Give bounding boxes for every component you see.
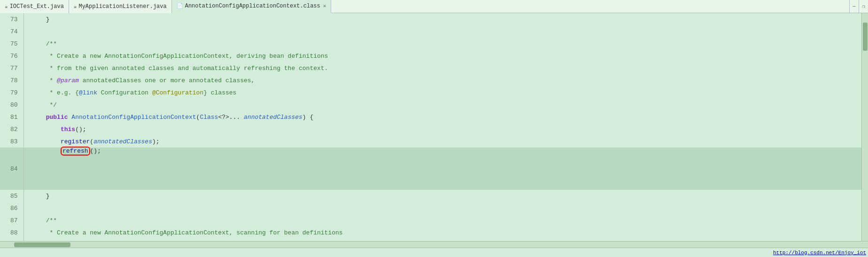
line-number: 89 xyxy=(0,239,23,241)
line-number: 84 xyxy=(0,148,23,190)
table-row: 84 refresh(); xyxy=(0,148,861,190)
table-row: 76 * Create a new AnnotationConfigApplic… xyxy=(0,50,861,62)
table-row: 78 * @param annotatedClasses one or more… xyxy=(0,74,861,86)
line-number: 78 xyxy=(0,74,23,86)
line-number: 83 xyxy=(0,135,23,148)
editor-area: 73 } 74 75 /** xyxy=(0,13,868,241)
table-row: 74 xyxy=(0,25,861,38)
tab-listener[interactable]: ☕ MyApplicationListener.java xyxy=(69,0,172,13)
line-number: 73 xyxy=(0,13,23,25)
line-number: 75 xyxy=(0,38,23,50)
line-content: */ xyxy=(23,99,861,111)
table-row: 87 /** xyxy=(0,214,861,226)
line-content: register(annotatedClasses); xyxy=(23,135,861,148)
line-content: * Create a new AnnotationConfigApplicati… xyxy=(23,50,861,62)
line-number: 87 xyxy=(0,214,23,226)
main-window: ☕ IOCTest_Ext.java ☕ MyApplicationListen… xyxy=(0,0,868,257)
status-bar: http://blog.csdn.net/Enjoy_iot xyxy=(0,248,868,257)
line-content: /** xyxy=(23,214,861,226)
line-number: 85 xyxy=(0,190,23,202)
line-number: 74 xyxy=(0,25,23,38)
table-row: 81 public AnnotationConfigApplicationCon… xyxy=(0,111,861,123)
restore-button[interactable]: ❐ xyxy=(859,0,868,13)
tab-context-label: AnnotationConfigApplicationContext.class xyxy=(185,3,320,9)
table-row: 89 * in the given packages and automatic… xyxy=(0,239,861,241)
class-file-icon: 📄 xyxy=(177,3,183,9)
line-number: 80 xyxy=(0,99,23,111)
line-content: } xyxy=(23,13,861,25)
line-number: 76 xyxy=(0,50,23,62)
tab-bar: ☕ IOCTest_Ext.java ☕ MyApplicationListen… xyxy=(0,0,868,13)
line-content: public AnnotationConfigApplicationContex… xyxy=(23,111,861,123)
scroll-thumb[interactable] xyxy=(863,23,868,51)
line-number: 81 xyxy=(0,111,23,123)
line-content: * @param annotatedClasses one or more an… xyxy=(23,74,861,86)
line-content: * in the given packages and automaticall… xyxy=(23,239,861,241)
line-content: * from the given annotated classes and a… xyxy=(23,62,861,74)
line-content xyxy=(23,25,861,38)
line-content: this(); xyxy=(23,123,861,135)
java-file-icon: ☕ xyxy=(5,3,8,9)
table-row: 88 * Create a new AnnotationConfigApplic… xyxy=(0,226,861,239)
window-controls: — ❐ xyxy=(849,0,868,13)
line-number: 82 xyxy=(0,123,23,135)
line-content: * e.g. {@link Configuration @Configurati… xyxy=(23,86,861,99)
line-number: 86 xyxy=(0,202,23,214)
line-number: 88 xyxy=(0,226,23,239)
h-scroll-thumb[interactable] xyxy=(14,242,70,247)
line-content: /** xyxy=(23,38,861,50)
tab-ioctest[interactable]: ☕ IOCTest_Ext.java xyxy=(0,0,69,13)
minimize-button[interactable]: — xyxy=(849,0,859,13)
table-row: 83 register(annotatedClasses); xyxy=(0,135,861,148)
code-scroll-area[interactable]: 73 } 74 75 /** xyxy=(0,13,861,241)
table-row: 82 this(); xyxy=(0,123,861,135)
line-content xyxy=(23,202,861,214)
line-content: refresh(); xyxy=(23,148,861,190)
table-row: 79 * e.g. {@link Configuration @Configur… xyxy=(0,86,861,99)
java-file-icon-2: ☕ xyxy=(74,3,77,9)
table-row: 77 * from the given annotated classes an… xyxy=(0,62,861,74)
code-container[interactable]: 73 } 74 75 /** xyxy=(0,13,861,241)
line-number: 77 xyxy=(0,62,23,74)
table-row: 80 */ xyxy=(0,99,861,111)
line-content: * Create a new AnnotationConfigApplicati… xyxy=(23,226,861,239)
tab-context[interactable]: 📄 AnnotationConfigApplicationContext.cla… xyxy=(172,0,332,13)
refresh-circled-label: refresh xyxy=(61,147,90,156)
line-number: 79 xyxy=(0,86,23,99)
vertical-scrollbar[interactable] xyxy=(861,13,868,241)
status-url[interactable]: http://blog.csdn.net/Enjoy_iot xyxy=(773,250,866,256)
tab-ioctest-label: IOCTest_Ext.java xyxy=(10,3,64,10)
table-row: 85 } xyxy=(0,190,861,202)
horizontal-scrollbar[interactable] xyxy=(0,241,868,248)
table-row: 75 /** xyxy=(0,38,861,50)
line-content: } xyxy=(23,190,861,202)
table-row: 86 xyxy=(0,202,861,214)
tab-listener-label: MyApplicationListener.java xyxy=(78,3,166,10)
code-table: 73 } 74 75 /** xyxy=(0,13,861,241)
tab-close-icon[interactable]: ✕ xyxy=(323,3,326,9)
table-row: 73 } xyxy=(0,13,861,25)
